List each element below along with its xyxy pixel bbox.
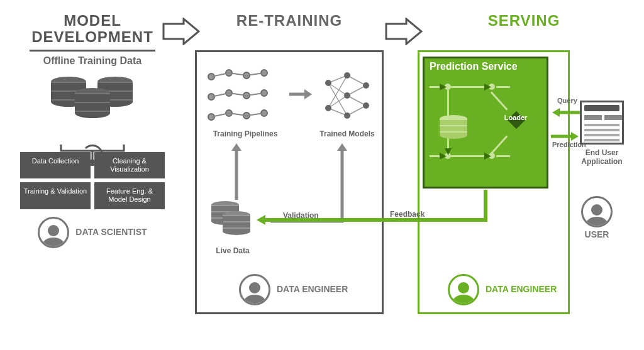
stage-retraining: RE-TRAINING Training Pipelines Trained M… xyxy=(195,13,384,29)
stage-serving: SERVING Prediction Service Loader Query … xyxy=(418,13,630,29)
svg-line-3 xyxy=(328,75,347,108)
label-feedback: Feedback xyxy=(390,210,425,219)
prediction-service-box: Prediction Service Loader xyxy=(423,57,548,189)
stage-title: RE-TRAINING xyxy=(195,13,384,29)
stage-title: SERVING xyxy=(418,13,630,29)
arrow-stage-1-to-2 xyxy=(162,18,200,45)
label-loader: Loader xyxy=(500,114,531,121)
database-cluster-icon xyxy=(48,70,136,133)
label-query: Query xyxy=(557,97,577,104)
box-training-validation: Training & Validation xyxy=(20,182,91,209)
arrow-up-icon xyxy=(229,142,244,201)
avatar-icon xyxy=(448,274,479,305)
prediction-service-title: Prediction Service xyxy=(425,58,547,75)
persona-data-engineer: DATA ENGINEER xyxy=(239,274,348,305)
stage-model-development: MODEL DEVELOPMENT Offline Training Data … xyxy=(20,13,165,248)
avatar-icon xyxy=(38,217,69,248)
title-line1: MODEL xyxy=(64,12,121,29)
label-live-data: Live Data xyxy=(208,246,258,255)
persona-data-engineer-green: DATA ENGINEER xyxy=(448,274,557,305)
db-icon xyxy=(440,115,467,139)
avatar-icon xyxy=(239,274,270,305)
arrow-feedback-icon xyxy=(255,189,488,226)
persona-label: DATA ENGINEER xyxy=(486,285,557,294)
avatar-icon xyxy=(581,196,613,227)
arrow-right-icon xyxy=(288,88,313,101)
end-user-app-icon xyxy=(580,101,624,145)
title-line2: DEVELOPMENT xyxy=(31,28,153,45)
svg-line-2 xyxy=(328,83,347,116)
arrow-stage-2-to-3 xyxy=(385,18,423,45)
persona-data-scientist: DATA SCIENTIST xyxy=(20,217,165,248)
cycle-arrows-icon xyxy=(82,145,103,166)
box-feature-eng-model-design: Feature Eng. & Model Design xyxy=(94,182,165,209)
persona-label: DATA SCIENTIST xyxy=(75,227,147,237)
arrow-query-icon xyxy=(550,107,581,118)
persona-user: USER xyxy=(581,196,613,239)
subtitle-offline-training-data: Offline Training Data xyxy=(20,55,165,67)
persona-label: DATA ENGINEER xyxy=(277,285,348,294)
divider xyxy=(30,50,155,52)
label-end-user-app: End User Application xyxy=(576,148,628,166)
stage-title: MODEL DEVELOPMENT xyxy=(20,13,165,46)
label-training-pipelines: Training Pipelines xyxy=(208,129,283,138)
label-trained-models: Trained Models xyxy=(317,129,377,138)
training-pipeline-icon xyxy=(208,69,283,126)
persona-label: USER xyxy=(581,230,613,239)
neural-network-icon xyxy=(318,67,376,124)
